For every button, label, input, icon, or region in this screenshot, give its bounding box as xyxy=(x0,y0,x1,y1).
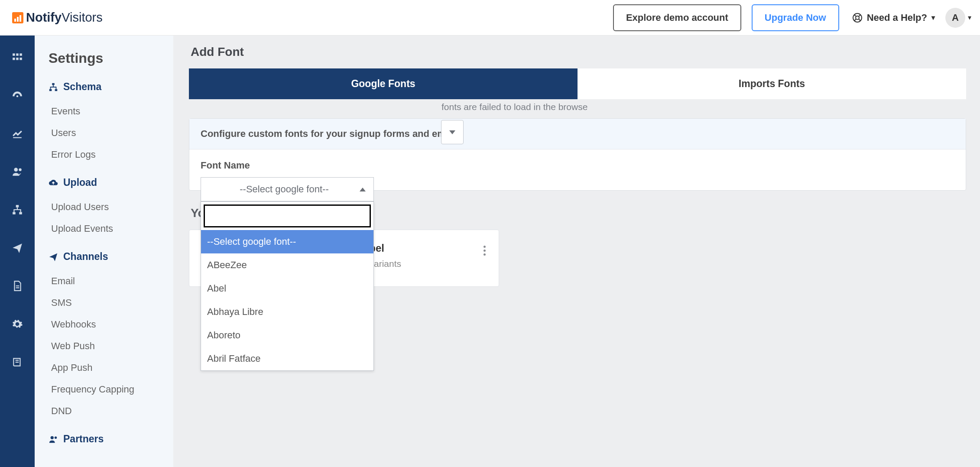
svg-line-7 xyxy=(858,14,860,16)
svg-rect-14 xyxy=(19,58,22,60)
font-card-menu-button[interactable] xyxy=(482,242,487,259)
brand-bold: Notify xyxy=(26,10,62,24)
rail-chart-icon[interactable] xyxy=(11,127,23,139)
svg-point-16 xyxy=(14,168,18,172)
font-name-dropdown: --Select google font--ABeeZeeAbelAbhaya … xyxy=(201,201,374,371)
svg-rect-2 xyxy=(19,15,21,22)
svg-rect-25 xyxy=(52,83,55,85)
icon-rail xyxy=(0,36,35,467)
svg-rect-9 xyxy=(13,53,15,55)
user-avatar[interactable]: A xyxy=(945,8,965,28)
svg-rect-12 xyxy=(13,58,15,60)
sidebar-item-events[interactable]: Events xyxy=(49,101,161,122)
sidebar-item-email[interactable]: Email xyxy=(49,270,161,292)
font-option[interactable]: ABeeZee xyxy=(201,253,373,277)
brand-icon xyxy=(12,12,23,23)
svg-line-6 xyxy=(858,19,860,20)
rail-gear-icon[interactable] xyxy=(11,318,23,330)
sidebar-item-web-push[interactable]: Web Push xyxy=(49,335,161,357)
fallback-font-select[interactable] xyxy=(441,120,464,144)
sidebar-section-partners[interactable]: Partners xyxy=(49,433,161,445)
font-option[interactable]: Abhaya Libre xyxy=(201,300,373,324)
sidebar-title: Settings xyxy=(49,50,161,66)
rail-users-icon[interactable] xyxy=(11,165,23,178)
content-area: Add Font Google Fonts Imports Fonts Conf… xyxy=(173,36,980,467)
select-value: --Select google font-- xyxy=(209,184,360,195)
svg-point-28 xyxy=(51,436,54,439)
font-search-input[interactable] xyxy=(204,204,371,227)
svg-rect-10 xyxy=(16,53,18,55)
svg-rect-18 xyxy=(16,205,19,207)
tabs-row: Google Fonts Imports Fonts xyxy=(189,68,966,99)
svg-rect-20 xyxy=(19,212,22,214)
font-option[interactable]: --Select google font-- xyxy=(201,230,373,253)
svg-rect-19 xyxy=(13,212,16,214)
rail-sitemap-icon[interactable] xyxy=(11,204,23,216)
svg-rect-1 xyxy=(17,17,19,22)
font-name-label: Font Name xyxy=(201,160,954,171)
sidebar-section-schema[interactable]: Schema xyxy=(49,81,161,93)
sidebar-section-upload[interactable]: Upload xyxy=(49,177,161,188)
svg-rect-11 xyxy=(19,53,22,55)
svg-rect-27 xyxy=(55,89,58,91)
user-menu-chevron-icon[interactable]: ▾ xyxy=(968,13,971,22)
fallback-hint-text: fonts are failed to load in the browse xyxy=(441,102,954,112)
font-option[interactable]: Abel xyxy=(201,277,373,300)
configure-fonts-panel: Configure custom fonts for your signup f… xyxy=(189,118,966,191)
sidebar-item-users[interactable]: Users xyxy=(49,122,161,144)
sidebar-item-webhooks[interactable]: Webhooks xyxy=(49,314,161,335)
sidebar-item-dnd[interactable]: DND xyxy=(49,400,161,422)
rail-plane-icon[interactable] xyxy=(11,242,23,254)
brand-thin: Visitors xyxy=(62,10,103,24)
sidebar-item-app-push[interactable]: App Push xyxy=(49,357,161,379)
font-name-select[interactable]: --Select google font-- --Select google f… xyxy=(201,177,374,201)
sidebar-item-error-logs[interactable]: Error Logs xyxy=(49,144,161,165)
caret-up-icon xyxy=(360,188,366,191)
rail-file-icon[interactable] xyxy=(11,280,23,292)
tab-imports-fonts[interactable]: Imports Fonts xyxy=(578,68,966,99)
top-bar: NotifyVisitors Explore demo account Upgr… xyxy=(0,0,980,36)
svg-point-17 xyxy=(19,168,22,171)
font-option[interactable]: Aboreto xyxy=(201,324,373,347)
svg-line-5 xyxy=(854,14,856,16)
chevron-down-icon xyxy=(449,130,455,134)
svg-point-15 xyxy=(16,95,18,97)
rail-gauge-icon[interactable] xyxy=(11,89,23,101)
font-option[interactable]: Abril Fatface xyxy=(201,347,373,370)
page-title: Add Font xyxy=(191,45,966,59)
svg-rect-0 xyxy=(14,19,16,22)
tab-google-fonts[interactable]: Google Fonts xyxy=(189,68,578,99)
sidebar-item-upload-users[interactable]: Upload Users xyxy=(49,196,161,218)
help-label: Need a Help? xyxy=(867,12,927,23)
svg-line-8 xyxy=(854,19,856,20)
settings-sidebar: Settings SchemaEventsUsersError LogsUplo… xyxy=(35,36,173,467)
sidebar-item-upload-events[interactable]: Upload Events xyxy=(49,218,161,240)
need-help-link[interactable]: Need a Help? ▾ xyxy=(852,12,935,23)
sidebar-item-sms[interactable]: SMS xyxy=(49,292,161,314)
rail-grid-icon[interactable] xyxy=(11,51,23,63)
svg-rect-26 xyxy=(49,89,52,91)
sidebar-item-frequency-capping[interactable]: Frequency Capping xyxy=(49,379,161,400)
explore-demo-button[interactable]: Explore demo account xyxy=(613,4,741,31)
svg-point-29 xyxy=(55,436,57,439)
lifebuoy-icon xyxy=(852,13,863,23)
upgrade-now-button[interactable]: Upgrade Now xyxy=(752,4,839,31)
chevron-down-icon: ▾ xyxy=(931,13,935,22)
svg-point-4 xyxy=(856,16,859,19)
sidebar-section-channels[interactable]: Channels xyxy=(49,251,161,263)
svg-rect-13 xyxy=(16,58,18,60)
rail-book-icon[interactable] xyxy=(11,356,23,368)
font-name-select-display[interactable]: --Select google font-- xyxy=(201,177,374,201)
brand-logo[interactable]: NotifyVisitors xyxy=(12,10,103,25)
